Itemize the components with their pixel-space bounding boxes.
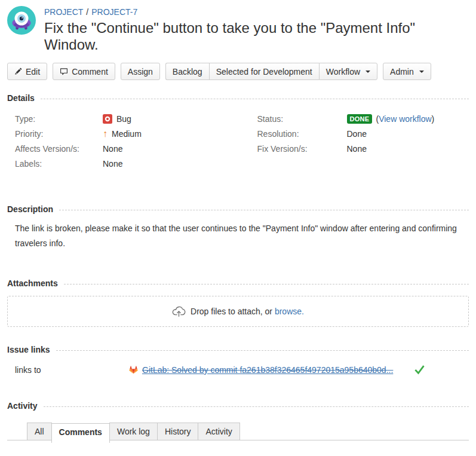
affects-version-label: Affects Version/s: bbox=[7, 144, 103, 154]
tab-work-log[interactable]: Work log bbox=[109, 423, 158, 440]
section-rule bbox=[44, 406, 469, 407]
attachment-dropzone[interactable]: Drop files to attach, or browse. bbox=[7, 296, 469, 327]
edit-button-label: Edit bbox=[26, 67, 40, 76]
description-text: The link is broken, please make it so th… bbox=[15, 221, 464, 251]
caret-down-icon bbox=[366, 71, 370, 73]
resolution-label: Resolution: bbox=[257, 129, 347, 139]
section-rule bbox=[41, 99, 469, 99]
selected-for-development-label: Selected for Development bbox=[216, 67, 312, 76]
labels-field: Labels: None bbox=[7, 156, 238, 171]
issue-link-row: links to GitLab: Solved by commit fa261b… bbox=[7, 365, 469, 375]
section-rule bbox=[59, 210, 469, 210]
selected-for-development-button[interactable]: Selected for Development bbox=[209, 63, 319, 80]
view-workflow-link[interactable]: View workflow bbox=[379, 114, 431, 124]
tab-comments[interactable]: Comments bbox=[51, 423, 110, 443]
admin-dropdown-button[interactable]: Admin bbox=[383, 63, 431, 80]
activity-section: Activity All Comments Work log History A… bbox=[7, 401, 469, 456]
pencil-icon bbox=[14, 68, 22, 75]
description-section: Description The link is broken, please m… bbox=[7, 204, 469, 251]
activity-tab-bar: All Comments Work log History Activity bbox=[7, 423, 469, 440]
gitlab-commit-link[interactable]: GitLab: Solved by commit fa261b38f326465… bbox=[142, 365, 393, 375]
breadcrumb-issue-link[interactable]: PROJECT-7 bbox=[91, 7, 137, 17]
section-rule bbox=[56, 350, 469, 351]
status-label: Status: bbox=[257, 114, 347, 124]
backlog-button-label: Backlog bbox=[173, 67, 202, 76]
arrow-up-icon: ↑ bbox=[103, 129, 108, 139]
status-field: Status: DONE (View workflow) bbox=[257, 111, 469, 126]
speech-bubble-icon bbox=[60, 68, 68, 76]
section-rule bbox=[64, 284, 469, 284]
gitlab-icon bbox=[128, 365, 139, 375]
details-section: Details Type: Bug Priority: ↑ Medium bbox=[7, 93, 469, 171]
page-title: Fix the "Continue" button to take you to… bbox=[44, 20, 469, 53]
backlog-button[interactable]: Backlog bbox=[165, 63, 209, 80]
priority-field: Priority: ↑ Medium bbox=[7, 126, 238, 141]
fix-version-value: None bbox=[347, 144, 367, 154]
tab-activity[interactable]: Activity bbox=[198, 423, 239, 440]
link-relation-label: links to bbox=[15, 365, 128, 375]
assign-button[interactable]: Assign bbox=[121, 63, 160, 80]
breadcrumb: PROJECT/PROJECT-7 bbox=[44, 7, 469, 17]
issue-links-heading: Issue links bbox=[7, 345, 50, 354]
status-badge: DONE bbox=[347, 114, 373, 124]
caret-down-icon bbox=[419, 71, 424, 73]
priority-value: Medium bbox=[112, 129, 142, 139]
tab-history[interactable]: History bbox=[157, 423, 199, 440]
resolved-check-icon bbox=[414, 365, 425, 375]
type-field: Type: Bug bbox=[7, 111, 238, 126]
workflow-dropdown-button[interactable]: Workflow bbox=[319, 63, 377, 80]
attachments-heading: Attachments bbox=[7, 279, 58, 288]
issue-header: PROJECT/PROJECT-7 Fix the "Continue" but… bbox=[0, 0, 476, 53]
breadcrumb-project-link[interactable]: PROJECT bbox=[44, 7, 83, 17]
assign-button-label: Assign bbox=[128, 67, 153, 76]
edit-button[interactable]: Edit bbox=[7, 63, 47, 80]
tab-all[interactable]: All bbox=[27, 423, 52, 440]
bug-icon bbox=[103, 114, 112, 124]
workflow-button-group: Backlog Selected for Development Workflo… bbox=[165, 63, 377, 80]
resolution-field: Resolution: Done bbox=[257, 126, 469, 141]
cloud-upload-icon bbox=[172, 306, 186, 317]
priority-label: Priority: bbox=[7, 129, 103, 139]
attachments-section: Attachments Drop files to attach, or bro… bbox=[7, 279, 469, 327]
affects-version-field: Affects Version/s: None bbox=[7, 141, 238, 156]
resolution-value: Done bbox=[347, 129, 367, 139]
paren-close: ) bbox=[432, 114, 435, 124]
affects-version-value: None bbox=[103, 144, 122, 154]
labels-value: None bbox=[103, 159, 122, 169]
type-value: Bug bbox=[116, 114, 131, 124]
comment-button[interactable]: Comment bbox=[53, 63, 115, 80]
description-heading: Description bbox=[7, 204, 53, 214]
browse-link[interactable]: browse. bbox=[275, 307, 304, 316]
admin-button-label: Admin bbox=[390, 67, 414, 76]
fix-version-label: Fix Version/s: bbox=[257, 144, 347, 154]
comment-button-label: Comment bbox=[72, 67, 108, 76]
activity-heading: Activity bbox=[7, 401, 38, 411]
issue-toolbar: Edit Comment Assign Backlog Selected for… bbox=[7, 63, 469, 80]
labels-label: Labels: bbox=[7, 159, 103, 169]
workflow-button-label: Workflow bbox=[326, 67, 360, 76]
breadcrumb-separator: / bbox=[86, 7, 88, 17]
issue-links-section: Issue links links to GitLab: Solved by c… bbox=[7, 345, 469, 375]
project-avatar-icon bbox=[7, 6, 36, 35]
details-heading: Details bbox=[7, 93, 35, 103]
dropzone-text: Drop files to attach, or bbox=[191, 307, 272, 316]
fix-version-field: Fix Version/s: None bbox=[257, 141, 469, 156]
type-label: Type: bbox=[7, 114, 103, 124]
